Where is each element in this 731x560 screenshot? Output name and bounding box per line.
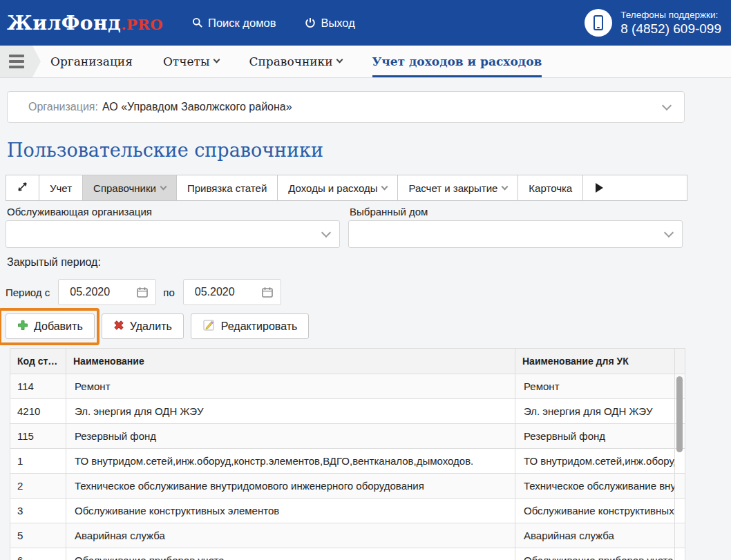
- cell-name: Аварийная служба: [66, 523, 515, 548]
- toolbar-next-button[interactable]: [583, 175, 687, 200]
- chevron-down-icon: [321, 228, 331, 238]
- search-houses-label: Поиск домов: [208, 17, 276, 30]
- cell-name-uk: Эл. энергия для ОДН ЖЭУ: [515, 399, 675, 424]
- chevron-down-icon: [381, 183, 388, 190]
- cell-code: 5: [10, 523, 66, 548]
- cell-code: 4210: [10, 399, 66, 424]
- toolbar-article-binding-button[interactable]: Привязка статей: [177, 175, 278, 200]
- cross-icon: [113, 320, 124, 334]
- add-button[interactable]: Добавить: [6, 313, 95, 339]
- support-phone-number: 8 (4852) 609-099: [620, 21, 721, 37]
- delete-button[interactable]: Удалить: [102, 313, 184, 339]
- organization-select-value: АО «Управдом Заволжского района»: [102, 101, 292, 113]
- toolbar-calc-close-button[interactable]: Расчет и закрытие: [398, 175, 518, 200]
- organization-select[interactable]: Организация: АО «Управдом Заволжского ра…: [7, 91, 685, 123]
- hamburger-icon: [0, 46, 32, 77]
- support-label: Телефоны поддержки:: [620, 10, 721, 20]
- table-row[interactable]: 1 ТО внутридом.сетей,инж.оборуд,констр.э…: [10, 449, 685, 474]
- phone-icon: [585, 9, 612, 37]
- table-row[interactable]: 114 Ремонт Ремонт: [10, 374, 685, 399]
- edit-button-label: Редактировать: [221, 320, 298, 333]
- menu-button[interactable]: [0, 46, 41, 77]
- toolbar-accounting-button[interactable]: Учет: [39, 175, 83, 200]
- table-row[interactable]: 6 Обслуживание приборов учета Обслуживан…: [10, 548, 685, 560]
- calendar-icon[interactable]: [254, 286, 281, 298]
- search-icon: [192, 17, 203, 28]
- cell-code: 114: [10, 374, 66, 399]
- calendar-icon[interactable]: [129, 286, 155, 298]
- toolbar-card-label: Карточка: [529, 182, 572, 194]
- chevron-down-icon: [213, 57, 220, 64]
- cell-name-uk: Обслуживание конструктивных элементов: [515, 499, 675, 523]
- cell-name-uk: Резервный фонд: [515, 424, 675, 449]
- tab-income-expense-label: Учет доходов и расходов: [372, 55, 542, 68]
- tab-directories[interactable]: Справочники: [249, 46, 342, 77]
- delete-button-label: Удалить: [130, 320, 172, 333]
- period-from-input[interactable]: 05.2020: [58, 279, 156, 305]
- cell-code: 3: [10, 499, 66, 523]
- chevron-down-icon: [662, 101, 672, 110]
- cell-name: Обслуживание конструктивных элементов: [66, 499, 515, 523]
- page-title: Пользовательские справочники: [7, 139, 725, 161]
- toolbar-card-button[interactable]: Карточка: [518, 175, 583, 200]
- chevron-down-icon: [336, 57, 343, 64]
- cell-scroll-gutter: [675, 548, 685, 560]
- app-header: ЖилФонд.PRO Поиск домов Выход Телефоны п…: [0, 0, 731, 46]
- power-icon: [305, 17, 316, 28]
- toolbar-income-expense-button[interactable]: Доходы и расходы: [278, 175, 398, 200]
- cell-code: 115: [10, 424, 66, 449]
- cell-scroll-gutter: [675, 474, 685, 499]
- cell-name: Техническое обслуживание внутридомового …: [66, 474, 515, 499]
- main-navbar: Организация Отчеты Справочники Учет дохо…: [0, 46, 731, 78]
- tab-directories-label: Справочники: [249, 55, 333, 68]
- table-row[interactable]: 5 Аварийная служба Аварийная служба: [10, 523, 685, 548]
- table-row[interactable]: 4210 Эл. энергия для ОДН ЖЭУ Эл. энергия…: [10, 399, 685, 424]
- expand-button[interactable]: [6, 175, 39, 200]
- column-header-name: Наименование: [66, 349, 515, 374]
- cell-name: Ремонт: [66, 374, 515, 399]
- vertical-scrollbar-thumb[interactable]: [676, 376, 683, 452]
- table-row[interactable]: 2 Техническое обслуживание внутридомовог…: [10, 474, 685, 499]
- chevron-down-icon: [502, 183, 509, 190]
- tab-reports-label: Отчеты: [163, 55, 210, 68]
- organization-select-label: Организация:: [28, 101, 98, 113]
- logout-link[interactable]: Выход: [305, 17, 354, 30]
- cell-name: Эл. энергия для ОДН ЖЭУ: [66, 399, 515, 424]
- toolbar-calc-close-label: Расчет и закрытие: [408, 182, 497, 194]
- toolbar-accounting-label: Учет: [50, 182, 72, 194]
- app-logo[interactable]: ЖилФонд.PRO: [7, 12, 163, 35]
- pencil-icon: [202, 318, 216, 334]
- tab-reports[interactable]: Отчеты: [163, 46, 219, 77]
- chevron-down-icon: [664, 228, 674, 238]
- logout-label: Выход: [321, 17, 354, 30]
- cell-code: 6: [10, 548, 66, 560]
- service-org-select[interactable]: [6, 220, 340, 248]
- cell-code: 1: [10, 449, 66, 474]
- cell-name: ТО внутридом.сетей,инж.оборуд,констр.эле…: [66, 449, 515, 474]
- cell-scroll-gutter: [675, 523, 685, 548]
- table-row[interactable]: 115 Резервный фонд Резервный фонд: [10, 424, 685, 449]
- cell-code: 2: [10, 474, 66, 499]
- selected-house-select[interactable]: [348, 220, 683, 248]
- period-to-input[interactable]: 05.2020: [183, 279, 281, 305]
- period-from-value: 05.2020: [59, 286, 129, 298]
- period-to-value: 05.2020: [184, 286, 254, 298]
- cell-name-uk: Аварийная служба: [515, 523, 675, 548]
- column-header-code: Код ст…: [10, 349, 66, 374]
- toolbar-directories-button[interactable]: Справочники: [83, 175, 177, 200]
- edit-button[interactable]: Редактировать: [191, 313, 310, 339]
- cell-name: Обслуживание приборов учета: [66, 548, 515, 560]
- cell-name-uk: Обслуживание приборов учета: [515, 548, 675, 560]
- cell-scroll-gutter: [675, 499, 685, 523]
- toolbar-directories-label: Справочники: [93, 182, 156, 194]
- chevron-down-icon: [160, 183, 167, 190]
- logo-main: ЖилФонд: [7, 12, 121, 35]
- service-org-label: Обслуживающая организация: [7, 206, 340, 218]
- search-houses-link[interactable]: Поиск домов: [192, 17, 276, 30]
- toolbar-article-binding-label: Привязка статей: [187, 182, 267, 194]
- table-row[interactable]: 3 Обслуживание конструктивных элементов …: [10, 499, 685, 523]
- tab-organization[interactable]: Организация: [50, 46, 133, 77]
- toolbar-income-expense-label: Доходы и расходы: [288, 182, 377, 194]
- tab-income-expense-accounting[interactable]: Учет доходов и расходов: [372, 46, 542, 77]
- add-button-label: Добавить: [34, 320, 83, 333]
